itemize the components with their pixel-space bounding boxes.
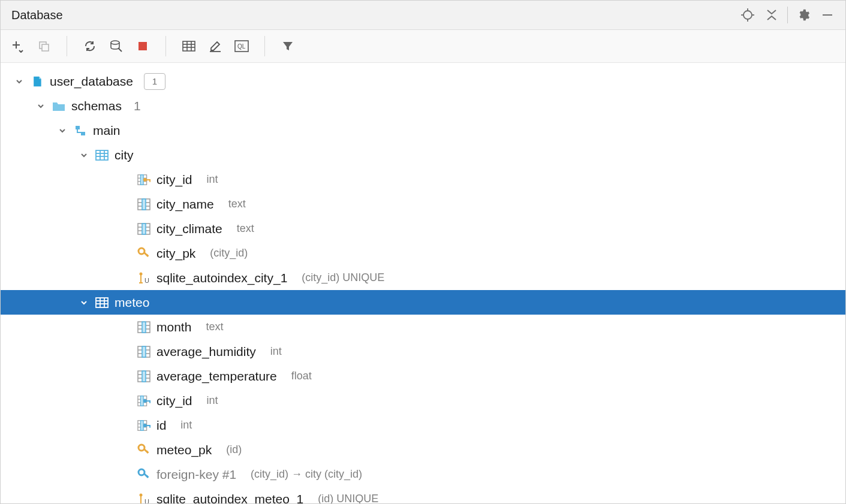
column-meta: text [228, 198, 246, 210]
svg-rect-9 [42, 44, 49, 51]
svg-text:QL: QL [237, 43, 246, 50]
svg-rect-13 [183, 41, 195, 51]
svg-rect-31 [141, 174, 144, 185]
panel-header: Database [1, 1, 845, 30]
column-meta: int [207, 173, 218, 186]
svg-rect-73 [149, 400, 150, 403]
column-label: city_id [156, 173, 192, 187]
column-meta: (id) [226, 443, 242, 456]
svg-rect-89 [139, 503, 143, 504]
tree-column[interactable]: city_idint [1, 167, 845, 192]
tree-column[interactable]: foreign-key #1(city_id) → city (city_id) [1, 462, 845, 487]
column-label: city_name [156, 197, 214, 212]
tree-column[interactable]: average_temperaturefloat [1, 364, 845, 388]
chevron-down-icon[interactable] [14, 78, 25, 85]
divider [67, 36, 67, 56]
table-label: meteo [115, 295, 149, 310]
column-icon [137, 321, 150, 334]
svg-rect-12 [139, 42, 147, 50]
primary-key-icon [137, 247, 150, 260]
edit-ddl-button[interactable] [204, 35, 226, 57]
tree-column[interactable]: city_pk(city_id) [1, 241, 845, 265]
tree-column[interactable]: Usqlite_autoindex_meteo_1(id) UNIQUE [1, 487, 845, 503]
tree-column[interactable]: city_idint [1, 388, 845, 413]
schemas-label: schemas [71, 99, 122, 113]
settings-icon[interactable] [791, 5, 815, 25]
toolbar: QL [1, 30, 845, 63]
column-label: sqlite_autoindex_meteo_1 [156, 492, 303, 504]
chevron-down-icon[interactable] [57, 127, 68, 134]
column-fk-icon [137, 394, 150, 408]
header-controls [736, 5, 839, 25]
tree-table-meteo[interactable]: meteo [1, 290, 845, 315]
column-meta: (city_id) UNIQUE [302, 271, 384, 284]
minimize-icon[interactable] [815, 5, 839, 25]
table-icon [95, 149, 109, 162]
datasource-properties-button[interactable] [106, 35, 127, 57]
stop-button[interactable] [132, 35, 153, 57]
column-label: average_humidity [156, 345, 256, 359]
svg-rect-34 [149, 179, 150, 182]
column-label: city_climate [156, 222, 222, 236]
index-icon: U [137, 493, 150, 504]
tree-column[interactable]: meteo_pk(id) [1, 437, 845, 462]
chevron-down-icon[interactable] [35, 102, 46, 110]
svg-rect-62 [142, 346, 146, 357]
collapse-all-icon[interactable] [760, 5, 784, 25]
schemas-count: 1 [134, 99, 141, 113]
column-label: sqlite_autoindex_city_1 [156, 271, 287, 285]
foreign-key-icon [137, 468, 150, 481]
svg-rect-58 [142, 322, 146, 333]
tree-column[interactable]: average_humidityint [1, 339, 845, 364]
chevron-down-icon[interactable] [79, 152, 89, 159]
locate-icon[interactable] [736, 5, 760, 25]
tree-datasource[interactable]: user_database1 [1, 69, 845, 93]
tree-column[interactable]: city_nametext [1, 192, 845, 216]
tree-schema[interactable]: main [1, 118, 845, 143]
datasource-label: user_database [50, 74, 133, 89]
tree-column[interactable]: city_climatetext [1, 216, 845, 241]
database-tree[interactable]: user_database1schemas1maincitycity_idint… [1, 63, 845, 503]
svg-rect-88 [140, 496, 141, 503]
column-label: meteo_pk [156, 443, 212, 457]
index-icon: U [137, 271, 150, 285]
schema-label: main [93, 123, 121, 138]
column-meta: text [237, 222, 254, 235]
column-fk-icon [137, 419, 150, 432]
column-icon [137, 198, 150, 211]
tree-table-city[interactable]: city [1, 143, 845, 167]
svg-text:U: U [144, 498, 149, 504]
filter-button[interactable] [277, 35, 299, 57]
tree-column[interactable]: Usqlite_autoindex_city_1(city_id) UNIQUE [1, 265, 845, 290]
column-meta: int [180, 419, 192, 431]
svg-rect-48 [139, 282, 143, 283]
chevron-down-icon[interactable] [79, 299, 89, 306]
svg-text:U: U [144, 277, 149, 284]
svg-point-87 [140, 493, 143, 496]
query-console-button[interactable]: QL [231, 35, 252, 57]
column-meta: (city_id) [210, 247, 248, 259]
svg-line-11 [118, 48, 122, 52]
table-view-button[interactable] [178, 35, 200, 57]
svg-rect-70 [141, 396, 144, 406]
column-label: month [156, 320, 191, 334]
table-label: city [115, 148, 134, 162]
column-icon [137, 345, 150, 358]
tree-column[interactable]: idint [1, 413, 845, 437]
database-icon [31, 75, 44, 88]
datasource-count-badge: 1 [144, 73, 165, 90]
divider [165, 36, 166, 56]
column-label: id [156, 418, 166, 433]
svg-point-10 [111, 41, 119, 44]
tree-schemas-folder[interactable]: schemas1 [1, 93, 845, 118]
duplicate-button[interactable] [33, 35, 55, 57]
column-label: city_pk [156, 246, 195, 261]
add-datasource-button[interactable] [7, 35, 28, 57]
refresh-button[interactable] [79, 35, 101, 57]
column-meta: (city_id) → city (city_id) [251, 468, 362, 481]
column-meta: (id) UNIQUE [318, 493, 378, 503]
tree-column[interactable]: monthtext [1, 315, 845, 339]
column-pk-icon [137, 173, 150, 186]
column-meta: int [207, 394, 218, 407]
svg-rect-23 [96, 150, 108, 160]
